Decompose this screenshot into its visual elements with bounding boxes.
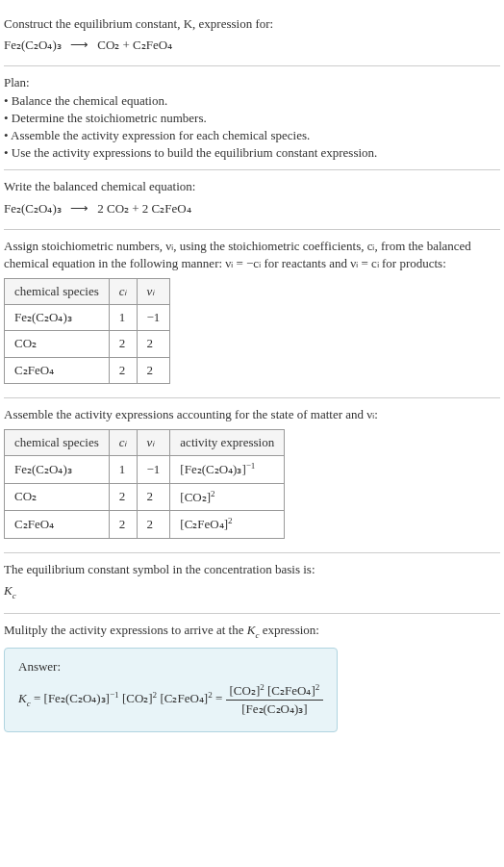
table-header: cᵢ (109, 279, 137, 305)
species-cell: C₂FeO₄ (5, 357, 110, 383)
activity-text: Assemble the activity expressions accoun… (4, 406, 500, 423)
multiply-text: Mulitply the activity expressions to arr… (4, 622, 500, 641)
activity-table: chemical species cᵢ νᵢ activity expressi… (4, 429, 285, 539)
c-cell: 2 (109, 511, 137, 539)
table-row: C₂FeO₄ 2 2 (5, 357, 170, 383)
species-cell: Fe₂(C₂O₄)₃ (5, 305, 110, 331)
species-cell: C₂FeO₄ (5, 511, 110, 539)
plan-item: • Balance the chemical equation. (4, 92, 500, 110)
table-row: C₂FeO₄ 2 2 [C₂FeO₄]2 (5, 511, 285, 539)
intro-eq-rhs: CO₂ + C₂FeO₄ (97, 38, 172, 52)
c-cell: 2 (109, 357, 137, 383)
balanced-equation: Fe₂(C₂O₄)₃ ⟶ 2 CO₂ + 2 C₂FeO₄ (4, 200, 500, 217)
table-header: chemical species (5, 430, 110, 456)
stoich-table: chemical species cᵢ νᵢ Fe₂(C₂O₄)₃ 1 −1 C… (4, 278, 170, 384)
v-cell: 2 (137, 511, 170, 539)
answer-label: Answer: (18, 658, 323, 676)
table-row: CO₂ 2 2 (5, 331, 170, 357)
table-header: νᵢ (137, 279, 170, 305)
c-cell: 1 (109, 305, 137, 331)
arrow-icon: ⟶ (70, 200, 88, 217)
stoich-text: Assign stoichiometric numbers, νᵢ, using… (4, 238, 500, 272)
plan-item: • Determine the stoichiometric numbers. (4, 110, 500, 127)
arrow-icon: ⟶ (70, 37, 88, 54)
plan-item: • Use the activity expressions to build … (4, 144, 500, 162)
species-cell: CO₂ (5, 483, 110, 511)
intro-equation: Fe₂(C₂O₄)₃ ⟶ CO₂ + C₂FeO₄ (4, 37, 500, 54)
plan-item: • Assemble the activity expression for e… (4, 127, 500, 144)
symbol-section: The equilibrium constant symbol in the c… (4, 553, 500, 615)
expr-cell: [Fe₂(C₂O₄)₃]−1 (170, 456, 285, 484)
fraction-numerator: [CO₂]2 [C₂FeO₄]2 (226, 681, 324, 701)
activity-section: Assemble the activity expressions accoun… (4, 398, 500, 553)
stoich-section: Assign stoichiometric numbers, νᵢ, using… (4, 230, 500, 398)
table-header: νᵢ (137, 430, 170, 456)
symbol-value: Kc (4, 582, 500, 601)
term1: [Fe₂(C₂O₄)₃]−1 (44, 691, 119, 705)
plan-section: Plan: • Balance the chemical equation. •… (4, 66, 500, 170)
table-header: chemical species (5, 279, 110, 305)
species-cell: CO₂ (5, 331, 110, 357)
v-cell: −1 (137, 305, 170, 331)
c-cell: 2 (109, 331, 137, 357)
table-row: CO₂ 2 2 [CO₂]2 (5, 483, 285, 511)
table-row: Fe₂(C₂O₄)₃ 1 −1 [Fe₂(C₂O₄)₃]−1 (5, 456, 285, 484)
answer-kc: Kc (18, 691, 31, 705)
v-cell: 2 (137, 331, 170, 357)
table-row: Fe₂(C₂O₄)₃ 1 −1 (5, 305, 170, 331)
symbol-text: The equilibrium constant symbol in the c… (4, 561, 500, 578)
table-header-row: chemical species cᵢ νᵢ activity expressi… (5, 430, 285, 456)
eq-sign: = (215, 691, 226, 705)
species-cell: Fe₂(C₂O₄)₃ (5, 456, 110, 484)
table-header: cᵢ (109, 430, 137, 456)
expr-cell: [CO₂]2 (170, 483, 285, 511)
c-cell: 1 (109, 456, 137, 484)
v-cell: 2 (137, 357, 170, 383)
plan-heading: Plan: (4, 74, 500, 91)
intro-line1: Construct the equilibrium constant, K, e… (4, 16, 273, 31)
v-cell: −1 (137, 456, 170, 484)
multiply-section: Mulitply the activity expressions to arr… (4, 614, 500, 746)
fraction-denominator: [Fe₂(C₂O₄)₃] (226, 701, 324, 718)
balanced-heading: Write the balanced chemical equation: (4, 178, 500, 195)
term2: [CO₂]2 (122, 691, 157, 705)
c-cell: 2 (109, 483, 137, 511)
term3: [C₂FeO₄]2 (160, 691, 212, 705)
answer-box: Answer: Kc = [Fe₂(C₂O₄)₃]−1 [CO₂]2 [C₂Fe… (4, 648, 338, 733)
expr-cell: [C₂FeO₄]2 (170, 511, 285, 539)
balanced-eq-rhs: 2 CO₂ + 2 C₂FeO₄ (97, 201, 190, 216)
v-cell: 2 (137, 483, 170, 511)
table-header-row: chemical species cᵢ νᵢ (5, 279, 170, 305)
intro-text: Construct the equilibrium constant, K, e… (4, 15, 500, 33)
table-header: activity expression (170, 430, 285, 456)
intro-eq-lhs: Fe₂(C₂O₄)₃ (4, 38, 62, 52)
eq-sign: = (34, 691, 44, 705)
balanced-section: Write the balanced chemical equation: Fe… (4, 170, 500, 229)
answer-fraction: [CO₂]2 [C₂FeO₄]2 [Fe₂(C₂O₄)₃] (226, 681, 324, 719)
intro-section: Construct the equilibrium constant, K, e… (4, 8, 500, 66)
answer-equation: Kc = [Fe₂(C₂O₄)₃]−1 [CO₂]2 [C₂FeO₄]2 = [… (18, 681, 323, 719)
balanced-eq-lhs: Fe₂(C₂O₄)₃ (4, 201, 62, 216)
